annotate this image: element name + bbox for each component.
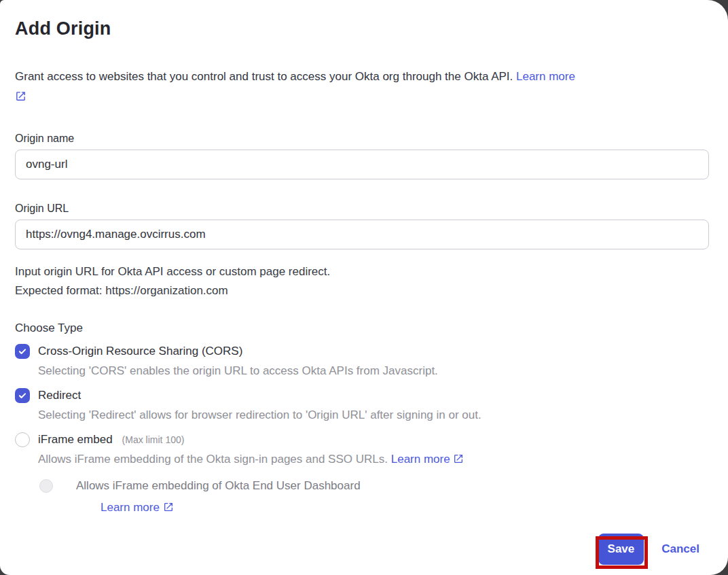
save-button[interactable]: Save: [598, 534, 644, 565]
external-link-icon[interactable]: [15, 88, 26, 109]
dialog-description: Grant access to websites that you contro…: [15, 67, 709, 109]
learn-more-link[interactable]: Learn more: [516, 70, 575, 83]
choose-type-label: Choose Type: [15, 321, 709, 336]
dialog-footer: Save Cancel: [15, 534, 709, 565]
dashboard-embed-checkbox: [39, 479, 53, 493]
option-cors-row: Cross-Origin Resource Sharing (CORS): [15, 344, 709, 359]
iframe-learn-more-link[interactable]: Learn more: [391, 453, 450, 466]
dialog-title: Add Origin: [15, 18, 709, 39]
option-iframe-row: iFrame embed (Max limit 100): [15, 432, 709, 447]
cors-description: Selecting 'CORS' enables the origin URL …: [38, 364, 709, 379]
redirect-description: Selecting 'Redirect' allows for browser …: [38, 408, 709, 423]
iframe-embed-checkbox[interactable]: [15, 432, 30, 447]
external-link-icon[interactable]: [163, 502, 174, 516]
dashboard-learn-more-link[interactable]: Learn more: [101, 501, 160, 514]
help-line-2: Expected format: https://organization.co…: [15, 281, 709, 300]
cors-label: Cross-Origin Resource Sharing (CORS): [38, 345, 242, 358]
option-redirect-row: Redirect: [15, 388, 709, 403]
external-link-icon[interactable]: [453, 453, 464, 468]
origin-name-group: Origin name: [15, 132, 709, 179]
dashboard-embed-label: Allows iFrame embedding of Okta End User…: [76, 479, 361, 493]
iframe-embed-description: Allows iFrame embedding of the Okta sign…: [38, 452, 709, 468]
cors-checkbox[interactable]: [15, 344, 30, 359]
cancel-button[interactable]: Cancel: [661, 542, 699, 556]
redirect-label: Redirect: [38, 389, 81, 402]
origin-url-input[interactable]: [15, 220, 709, 249]
origin-url-group: Origin URL: [15, 202, 709, 249]
origin-url-help: Input origin URL for Okta API access or …: [15, 262, 709, 300]
add-origin-dialog: Add Origin Grant access to websites that…: [0, 0, 728, 575]
save-button-wrap: Save: [598, 534, 644, 565]
redirect-checkbox[interactable]: [15, 388, 30, 403]
origin-name-input[interactable]: [15, 150, 709, 179]
dashboard-embed-row: Allows iFrame embedding of Okta End User…: [39, 479, 709, 493]
iframe-dashboard-suboption: Allows iFrame embedding of Okta End User…: [39, 479, 709, 516]
help-line-1: Input origin URL for Okta API access or …: [15, 262, 709, 281]
iframe-embed-label: iFrame embed: [38, 433, 113, 447]
iframe-embed-limit: (Max limit 100): [122, 434, 185, 445]
origin-name-label: Origin name: [15, 132, 709, 145]
description-text: Grant access to websites that you contro…: [15, 70, 513, 83]
origin-url-label: Origin URL: [15, 202, 709, 215]
checkmark-icon: [18, 391, 27, 400]
checkmark-icon: [18, 347, 27, 356]
dashboard-learn-more: Learn more: [101, 501, 709, 516]
